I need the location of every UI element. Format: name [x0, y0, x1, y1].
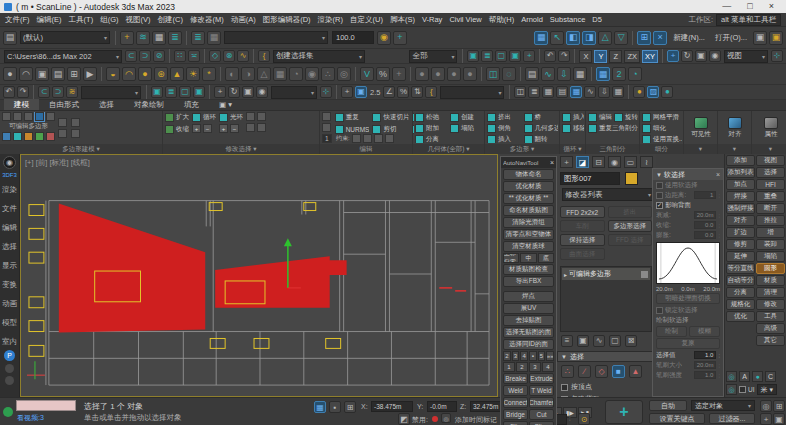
modifier-button[interactable]: 曲面选择: [560, 248, 605, 260]
small-button[interactable]: ▪: [529, 351, 537, 361]
pie-icon[interactable]: ◑: [241, 67, 255, 81]
ribbon-group-caption[interactable]: 循环 ▾: [560, 144, 585, 154]
dot1-icon[interactable]: ●: [415, 67, 429, 81]
ribbon-icon[interactable]: [614, 113, 623, 122]
panel-button[interactable]: Connect: [503, 397, 528, 408]
ribbon-icon[interactable]: [46, 112, 55, 121]
ribbon-icon[interactable]: [487, 113, 496, 122]
menu-item[interactable]: 文件(F): [5, 15, 30, 25]
small-button[interactable]: 5: [538, 351, 546, 361]
ribbon-button[interactable]: 旋转: [614, 112, 638, 122]
link-icon[interactable]: ⊂: [125, 50, 137, 62]
falloff-value[interactable]: 20.0m: [694, 211, 717, 219]
ribbon-icon[interactable]: [372, 125, 381, 134]
split-view-icon[interactable]: ◫: [486, 67, 500, 81]
ribbon-tab[interactable]: 对象绘制: [124, 99, 174, 110]
selection-set-icon[interactable]: {: [258, 50, 270, 62]
ribbon-icon[interactable]: +: [219, 124, 228, 133]
auto-key-button[interactable]: 自动: [649, 400, 687, 411]
ribbon-icon[interactable]: [352, 134, 361, 143]
magnifier2-icon[interactable]: ◎: [726, 384, 737, 395]
snap-half-icon[interactable]: ◧: [566, 31, 580, 45]
ribbon-button[interactable]: 移除: [562, 123, 584, 133]
ribbon-group-caption[interactable]: 细分: [640, 144, 683, 154]
scene-explorer-icon[interactable]: ▦: [542, 86, 554, 98]
rect-region-icon[interactable]: ▢: [495, 50, 507, 62]
snap-toggle-icon[interactable]: ▣: [355, 86, 367, 98]
menu-item[interactable]: 脚本(S): [390, 15, 415, 25]
panel-button[interactable]: Breake: [503, 373, 528, 384]
blur-button[interactable]: 模糊: [689, 326, 720, 337]
ribbon-icon[interactable]: [524, 113, 533, 122]
bubble-value[interactable]: 0.0: [694, 231, 716, 239]
scale-icon[interactable]: ▣: [242, 86, 254, 98]
project-path-dropdown[interactable]: C:\Users\86...ds Max 202▾: [4, 50, 122, 63]
ribbon-button[interactable]: 扩大: [165, 112, 189, 122]
script-button[interactable]: 重叠: [756, 191, 785, 202]
save-icon[interactable]: ▣: [753, 31, 767, 45]
menu-item[interactable]: 视图(V): [126, 15, 151, 25]
script-button[interactable]: 加点: [726, 179, 755, 190]
ribbon-button[interactable]: 网格平滑: [642, 112, 682, 122]
ribbon-icon[interactable]: [58, 118, 67, 127]
script-button[interactable]: 添加: [726, 155, 755, 166]
menu-item[interactable]: 渲染(R): [318, 15, 343, 25]
magnifier-icon[interactable]: ◎: [726, 371, 737, 382]
script-button[interactable]: 塌陷: [756, 251, 785, 262]
maximize-button[interactable]: □: [747, 0, 752, 13]
brush-strength-value[interactable]: 1.0: [694, 371, 716, 379]
script-button[interactable]: 对齐: [726, 215, 755, 226]
wheel-icon[interactable]: ◉: [3, 156, 16, 169]
modifier-button[interactable]: 车削: [560, 220, 605, 232]
named-set-dropdown[interactable]: ▾: [440, 86, 504, 99]
panel-button[interactable]: 物体命名: [503, 169, 554, 180]
ribbon-icon[interactable]: [322, 112, 331, 121]
axis-z-button[interactable]: Z: [609, 50, 622, 63]
dot4-icon[interactable]: ●: [463, 67, 477, 81]
ribbon-button[interactable]: 分离: [415, 134, 483, 143]
selection-filter-dropdown[interactable]: 全部▾: [409, 50, 457, 63]
key-filters-button[interactable]: 过滤器...: [709, 413, 755, 424]
script-button[interactable]: 添加列表: [726, 167, 755, 178]
pivot-snap-icon[interactable]: △: [598, 31, 612, 45]
placement-icon[interactable]: ◉: [709, 50, 721, 62]
script-button[interactable]: 其它: [756, 335, 785, 346]
unlink-icon[interactable]: ⊃: [139, 50, 151, 62]
cursor-icon[interactable]: ↖: [550, 31, 564, 45]
menu-item[interactable]: 帮助(H): [489, 15, 514, 25]
ribbon-icon[interactable]: [71, 118, 80, 127]
ribbon-icon[interactable]: [192, 113, 201, 122]
ribbon-group-caption[interactable]: 三角剖分: [586, 144, 639, 154]
hierarchy-tab-icon[interactable]: ⊟: [592, 156, 605, 168]
circle-icon[interactable]: ◎: [441, 413, 451, 423]
stack-icon[interactable]: ≣: [168, 31, 182, 45]
ribbon-icon[interactable]: [524, 124, 533, 133]
script-button[interactable]: 优化: [726, 311, 755, 322]
brush-size-value[interactable]: 20.0m: [694, 361, 717, 369]
small-button[interactable]: 2: [503, 351, 511, 361]
utilities-tab-icon[interactable]: ≀: [640, 156, 653, 168]
rendered-frame-icon[interactable]: ▨: [647, 86, 659, 98]
ribbon-button[interactable]: NURMS: [335, 124, 370, 134]
panel-button[interactable]: 展UV: [503, 303, 554, 314]
paint-button[interactable]: 绘制: [656, 326, 687, 337]
script-button[interactable]: 工具: [756, 311, 785, 322]
modifier-button[interactable]: 多边形选择: [608, 220, 653, 232]
ribbon-icon[interactable]: −: [230, 124, 239, 133]
ribbon-button[interactable]: 循环: [192, 112, 216, 122]
panel-button[interactable]: Cut: [529, 409, 554, 420]
border-subobject-icon[interactable]: ◇: [595, 365, 608, 378]
ribbon-icon[interactable]: [35, 112, 44, 121]
ribbon-icon[interactable]: +: [192, 124, 201, 133]
stack-item[interactable]: ▸ 可编辑多边形: [562, 268, 650, 280]
object-color-swatch[interactable]: [625, 172, 638, 185]
ribbon-button[interactable]: 松弛: [415, 112, 448, 122]
ribbon-icon[interactable]: [165, 113, 174, 122]
stack-onoff-icon[interactable]: [641, 271, 648, 278]
pinch-value[interactable]: 0.0: [694, 221, 716, 229]
ribbon-button[interactable]: 创建: [450, 112, 483, 122]
small-button[interactable]: 坐标归零: [503, 253, 519, 263]
ribbon-icon[interactable]: [257, 123, 266, 132]
ribbon-button[interactable]: 光环: [219, 112, 243, 122]
panel-button[interactable]: Chamfer: [529, 397, 554, 408]
